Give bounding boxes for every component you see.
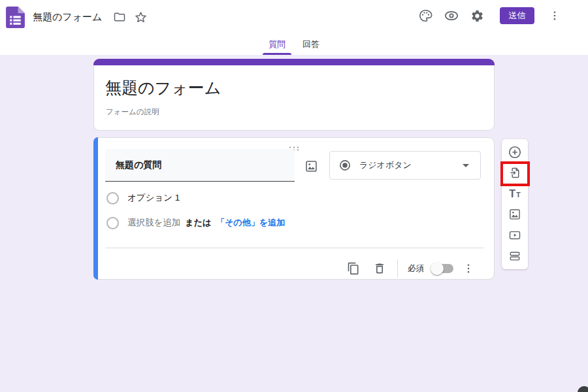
add-video-icon[interactable] bbox=[508, 228, 522, 242]
settings-gear-icon[interactable] bbox=[470, 8, 484, 23]
tab-questions-label: 質問 bbox=[269, 39, 286, 50]
google-forms-editor: 無題のフォーム bbox=[0, 0, 588, 392]
add-question-icon[interactable] bbox=[508, 145, 522, 159]
floating-side-toolbar: T T bbox=[502, 139, 528, 269]
forms-logo-icon[interactable] bbox=[4, 6, 27, 29]
chevron-down-icon bbox=[458, 157, 474, 173]
radio-circle-icon bbox=[106, 217, 119, 229]
duplicate-icon[interactable] bbox=[346, 261, 361, 276]
move-to-folder-icon[interactable] bbox=[113, 10, 126, 24]
toggle-knob bbox=[431, 262, 444, 275]
star-icon[interactable] bbox=[134, 10, 148, 24]
question-type-dropdown[interactable]: ラジオボタン bbox=[329, 151, 481, 180]
help-button[interactable] bbox=[578, 386, 588, 392]
tt-large-glyph: T bbox=[509, 188, 515, 200]
tab-questions[interactable]: 質問 bbox=[267, 34, 287, 55]
document-title[interactable]: 無題のフォーム bbox=[33, 11, 102, 24]
footer-vertical-divider bbox=[397, 259, 398, 278]
tab-responses[interactable]: 回答 bbox=[301, 34, 321, 55]
add-other-link[interactable]: 「その他」を追加 bbox=[216, 217, 285, 229]
add-section-icon[interactable] bbox=[508, 249, 522, 263]
tt-small-glyph: T bbox=[516, 191, 521, 199]
delete-trash-icon[interactable] bbox=[372, 261, 387, 276]
question-footer-toolbar: 必須 bbox=[346, 257, 474, 280]
option-1-label[interactable]: オプション 1 bbox=[127, 192, 180, 204]
card-accent-topbar bbox=[93, 59, 495, 65]
required-label: 必須 bbox=[408, 263, 424, 274]
add-option-row: 選択肢を追加 または 「その他」を追加 bbox=[106, 216, 285, 229]
send-button[interactable]: 送信 bbox=[500, 7, 534, 24]
question-title-input[interactable]: 無題の質問 bbox=[105, 149, 295, 182]
question-card: 無題の質問 ラジオボタン オプション 1 bbox=[93, 137, 495, 280]
add-image-icon[interactable] bbox=[508, 207, 522, 221]
question-more-options-icon[interactable] bbox=[463, 261, 474, 276]
tab-responses-label: 回答 bbox=[302, 39, 319, 50]
option-row-1: オプション 1 bbox=[106, 191, 180, 204]
form-title-card: 無題のフォーム フォームの説明 bbox=[93, 59, 495, 131]
form-title-field[interactable]: 無題のフォーム bbox=[105, 77, 221, 99]
active-tab-underline bbox=[263, 53, 291, 55]
radio-circle-icon bbox=[106, 192, 119, 204]
header-right-group: 送信 bbox=[418, 5, 561, 26]
more-options-icon[interactable] bbox=[549, 8, 561, 23]
question-type-label: ラジオボタン bbox=[359, 159, 412, 171]
question-selected-accent bbox=[93, 137, 98, 280]
add-option-text[interactable]: 選択肢を追加 bbox=[127, 217, 180, 229]
add-title-text-icon[interactable]: T T bbox=[508, 187, 522, 201]
theme-palette-icon[interactable] bbox=[418, 8, 433, 23]
header-left-group: 無題のフォーム bbox=[4, 5, 148, 29]
form-description-field[interactable]: フォームの説明 bbox=[106, 107, 159, 117]
add-image-to-question-icon[interactable] bbox=[304, 159, 318, 173]
question-footer-divider bbox=[105, 248, 484, 248]
or-text: または bbox=[185, 217, 211, 229]
editor-tabs: 質問 回答 bbox=[0, 34, 588, 55]
preview-eye-icon[interactable] bbox=[444, 8, 459, 23]
import-questions-icon[interactable] bbox=[508, 166, 522, 180]
app-header: 無題のフォーム bbox=[0, 0, 588, 55]
required-toggle[interactable] bbox=[432, 264, 453, 273]
radio-button-type-icon bbox=[338, 159, 351, 172]
